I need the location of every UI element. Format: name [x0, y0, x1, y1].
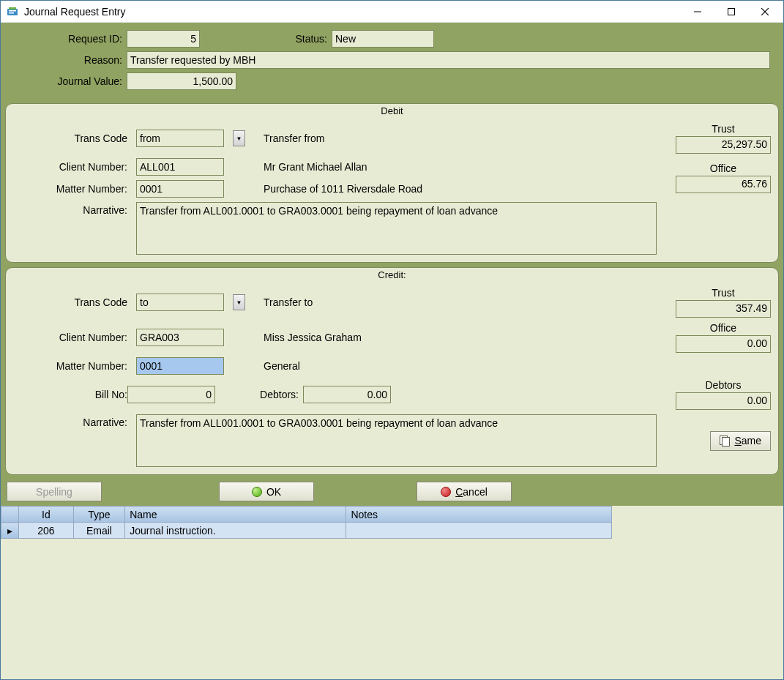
debit-matter-label: Matter Number: — [13, 183, 132, 195]
cell-type[interactable]: Email — [73, 523, 125, 539]
bill-no-field[interactable] — [127, 386, 215, 403]
journal-value-label: Journal Value: — [8, 75, 127, 87]
ok-icon — [252, 487, 262, 497]
close-button[interactable] — [748, 1, 782, 22]
credit-matter-field[interactable] — [136, 357, 224, 375]
bill-no-label: Bill No: — [13, 389, 132, 400]
credit-narrative-label: Narrative: — [13, 414, 132, 428]
debit-trust-box: Trust 25,297.50 — [676, 123, 771, 154]
svg-rect-0 — [7, 9, 18, 15]
col-name[interactable]: Name — [125, 507, 346, 523]
svg-rect-2 — [9, 10, 16, 12]
debtors-field[interactable] — [303, 386, 391, 403]
debit-client-field[interactable] — [136, 158, 224, 176]
debit-client-label: Client Number: — [13, 161, 132, 173]
copy-icon — [720, 436, 730, 446]
grid-area: Id Type Name Notes ▸ 206 Email Journal i… — [1, 506, 783, 679]
col-id[interactable]: Id — [19, 507, 74, 523]
cell-name[interactable]: Journal instruction. — [125, 523, 346, 539]
debit-transcode-select[interactable]: ▼ — [136, 130, 246, 147]
credit-narrative-field[interactable]: Transfer from ALL001.0001 to GRA003.0001… — [136, 414, 657, 467]
attachments-table: Id Type Name Notes ▸ 206 Email Journal i… — [1, 506, 612, 539]
header-section: Request ID: Status: Reason: Journal Valu… — [1, 23, 783, 101]
cell-notes[interactable] — [346, 523, 612, 539]
credit-office-box: Office 0.00 — [676, 322, 771, 353]
chevron-down-icon[interactable]: ▼ — [233, 294, 245, 310]
debit-office-value: 65.76 — [676, 176, 771, 193]
debit-trust-value: 25,297.50 — [676, 136, 771, 154]
chevron-down-icon[interactable]: ▼ — [233, 130, 245, 146]
credit-debtors-value: 0.00 — [676, 392, 771, 410]
table-header-row: Id Type Name Notes — [1, 507, 612, 523]
row-selector-header[interactable] — [1, 507, 19, 523]
reason-label: Reason: — [8, 54, 127, 66]
debtors-label: Debtors: — [215, 389, 303, 400]
credit-debtors-box: Debtors 0.00 — [676, 379, 771, 410]
debit-client-name: Mr Grant Michael Allan — [250, 161, 657, 173]
reason-field[interactable] — [127, 51, 770, 69]
content-area: Request ID: Status: Reason: Journal Valu… — [1, 23, 783, 679]
credit-transcode-label: Trans Code — [13, 296, 132, 308]
button-row: Spelling OK Cancel — [1, 477, 783, 506]
row-selector[interactable]: ▸ — [1, 523, 19, 539]
cancel-button[interactable]: Cancel — [417, 482, 512, 501]
credit-office-value: 0.00 — [676, 335, 771, 353]
credit-matter-label: Matter Number: — [13, 360, 132, 372]
request-id-field[interactable] — [127, 30, 200, 48]
debit-trans-desc: Transfer from — [250, 132, 657, 144]
col-type[interactable]: Type — [73, 507, 125, 523]
credit-trans-desc: Transfer to — [250, 296, 657, 308]
credit-client-name: Miss Jessica Graham — [250, 332, 657, 343]
credit-title: Credit: — [6, 268, 778, 281]
ok-button[interactable]: OK — [219, 482, 314, 501]
table-row[interactable]: ▸ 206 Email Journal instruction. — [1, 523, 612, 539]
debit-narrative-field[interactable]: Transfer from ALL001.0001 to GRA003.0001… — [136, 202, 657, 255]
app-icon — [7, 6, 18, 18]
svg-rect-3 — [9, 12, 14, 14]
spelling-button[interactable]: Spelling — [7, 482, 102, 501]
titlebar: Journal Request Entry — [1, 1, 783, 23]
credit-panel: Credit: Trans Code ▼ Transfer to Trust 3… — [5, 267, 779, 475]
credit-client-label: Client Number: — [13, 332, 132, 343]
window-title: Journal Request Entry — [24, 6, 681, 18]
cancel-icon — [441, 487, 451, 497]
journal-value-field[interactable] — [127, 72, 236, 90]
credit-client-field[interactable] — [136, 329, 224, 346]
credit-trust-box: Trust 357.49 — [676, 287, 771, 318]
status-label: Status: — [200, 33, 332, 45]
credit-transcode-select[interactable]: ▼ — [136, 294, 246, 311]
request-id-label: Request ID: — [8, 33, 127, 45]
minimize-button[interactable] — [681, 1, 714, 22]
cell-id[interactable]: 206 — [19, 523, 74, 539]
debit-narrative-label: Narrative: — [13, 202, 132, 216]
credit-matter-desc: General — [250, 360, 657, 372]
debit-matter-field[interactable] — [136, 180, 224, 198]
svg-rect-1 — [9, 7, 16, 10]
col-notes[interactable]: Notes — [346, 507, 612, 523]
maximize-button[interactable] — [714, 1, 748, 22]
debit-title: Debit — [6, 104, 778, 117]
debit-matter-desc: Purchase of 1011 Riversdale Road — [250, 183, 657, 195]
credit-trust-value: 357.49 — [676, 300, 771, 318]
same-button[interactable]: Same — [710, 431, 771, 451]
debit-panel: Debit Trans Code ▼ Transfer from Trust 2… — [5, 103, 779, 263]
debit-office-box: Office 65.76 — [676, 162, 771, 193]
svg-rect-5 — [728, 8, 735, 15]
debit-transcode-label: Trans Code — [13, 132, 132, 144]
status-field[interactable] — [332, 30, 434, 48]
